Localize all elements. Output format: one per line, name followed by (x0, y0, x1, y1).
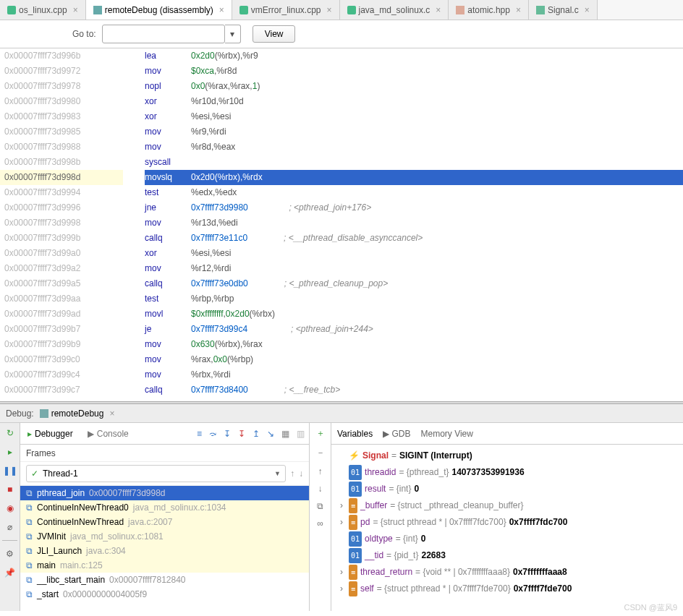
thread-selector[interactable]: ✓ Thread-1 ▼ (26, 465, 286, 482)
resume-icon[interactable]: ▸ (4, 446, 16, 458)
pin-icon[interactable]: 📌 (4, 567, 16, 578)
link-icon[interactable]: ∞ (317, 518, 323, 529)
asm-row[interactable]: 0x00007ffff73d99b9mov0x630(%rbx),%rax (0, 337, 683, 352)
gdb-tab[interactable]: ▶ GDB (383, 429, 410, 439)
file-tab[interactable]: vmError_linux.cpp× (232, 0, 340, 20)
stack-frame[interactable]: ⧉JVMInit java_md_solinux.c:1081 (20, 529, 309, 544)
file-tab[interactable]: os_linux.cpp× (0, 0, 86, 20)
comment: ; <pthread_join+244> (291, 322, 373, 337)
address: 0x00007ffff73d99c0 (0, 352, 123, 367)
evaluate-icon[interactable]: ▦ (281, 429, 289, 439)
settings-icon[interactable]: ⚙ (4, 548, 16, 560)
view-button[interactable]: View (253, 25, 296, 43)
asm-row[interactable]: 0x00007ffff73d99c0mov%rax,0x0(%rbp) (0, 352, 683, 367)
asm-row[interactable]: 0x00007ffff73d9980xor%r10d,%r10d (0, 94, 683, 109)
memory-view-tab[interactable]: Memory View (421, 429, 473, 439)
file-tab[interactable]: atomic.hpp× (449, 0, 529, 20)
expand-icon[interactable]: › (337, 581, 346, 596)
close-icon[interactable]: × (327, 5, 332, 15)
asm-row[interactable]: 0x00007ffff73d9996jne0x7ffff73d9980 ; <p… (0, 200, 683, 215)
variable-row[interactable]: 01 __tid = {pid_t} 22683 (334, 547, 680, 564)
variables-tab[interactable]: Variables (337, 429, 373, 439)
goto-combobox[interactable] (102, 25, 225, 43)
goto-dropdown-arrow[interactable]: ▾ (225, 25, 241, 43)
asm-row[interactable]: 0x00007ffff73d99aatest%rbp,%rbp (0, 291, 683, 307)
close-icon[interactable]: × (73, 5, 78, 15)
file-tab[interactable]: java_md_solinux.c× (340, 0, 449, 20)
step-into-icon[interactable]: ↧ (224, 429, 231, 439)
rerun-icon[interactable]: ↻ (4, 427, 16, 439)
frames-list[interactable]: ⧉pthread_join 0x00007ffff73d998d⧉Continu… (20, 486, 309, 611)
frame-down-icon[interactable]: ↓ (299, 469, 303, 479)
stack-frame[interactable]: ⧉ContinueInNewThread java.c:2007 (20, 515, 309, 529)
file-tab[interactable]: Signal.c× (529, 0, 598, 20)
add-watch-icon[interactable]: ＋ (316, 427, 325, 440)
remove-watch-icon[interactable]: － (316, 447, 325, 459)
stack-frame[interactable]: ⧉JLI_Launch java.c:304 (20, 544, 309, 558)
variable-row[interactable]: ⚡ Signal = SIGINT (Interrupt) (334, 448, 680, 464)
asm-row[interactable]: 0x00007ffff73d9983xor%esi,%esi (0, 109, 683, 124)
asm-row[interactable]: 0x00007ffff73d998dmovslq0x2d0(%rbx),%rdx (0, 170, 683, 185)
stack-frame[interactable]: ⧉_start 0x00000000004005f9 (20, 587, 309, 602)
variables-list[interactable]: ⚡ Signal = SIGINT (Interrupt)01 threadid… (331, 445, 683, 611)
stack-frame[interactable]: ⧉ContinueInNewThread0 java_md_solinux.c:… (20, 500, 309, 515)
variable-row[interactable]: 01 oldtype = {int} 0 (334, 531, 680, 547)
close-icon[interactable]: × (219, 5, 224, 15)
down-icon[interactable]: ↓ (318, 484, 323, 494)
mnemonic: je (145, 322, 191, 337)
variable-row[interactable]: ›≡ thread_return = {void ** | 0x7fffffff… (334, 564, 680, 581)
expand-icon[interactable]: › (337, 565, 346, 580)
asm-row[interactable]: 0x00007ffff73d99admovl$0xffffffff,0x2d0(… (0, 307, 683, 322)
mnemonic: xor (145, 94, 191, 109)
more-icon[interactable]: ▥ (297, 429, 305, 439)
stack-frame[interactable]: ⧉main main.c:125 (20, 558, 309, 573)
asm-row[interactable]: 0x00007ffff73d99a0xor%esi,%esi (0, 246, 683, 261)
asm-row[interactable]: 0x00007ffff73d99ccxor%eax,%eax (0, 398, 683, 401)
stack-frame[interactable]: ⧉pthread_join 0x00007ffff73d998d (20, 486, 309, 500)
show-exec-point-icon[interactable]: ≡ (197, 429, 202, 439)
expand-icon[interactable]: › (337, 498, 346, 513)
variable-row[interactable]: ›≡ self = {struct pthread * | 0x7ffff7fd… (334, 581, 680, 597)
asm-row[interactable]: 0x00007ffff73d9998mov%r13d,%edi (0, 215, 683, 231)
variable-row[interactable]: ›≡ pd = {struct pthread * | 0x7ffff7fdc7… (334, 514, 680, 531)
pause-icon[interactable]: ❚❚ (4, 465, 16, 476)
asm-row[interactable]: 0x00007ffff73d99b7je0x7ffff73d99c4 ; <pt… (0, 322, 683, 337)
variable-row[interactable]: 01 threadid = {pthread_t} 14073735399193… (334, 464, 680, 481)
view-breakpoints-icon[interactable]: ◉ (4, 502, 16, 514)
frame-up-icon[interactable]: ↑ (290, 469, 294, 479)
asm-row[interactable]: 0x00007ffff73d9978nopl0x0(%rax,%rax,1) (0, 79, 683, 94)
stop-icon[interactable]: ■ (4, 484, 16, 495)
console-tab[interactable]: ▶Console (85, 426, 132, 442)
close-icon[interactable]: × (109, 408, 114, 419)
disassembly-view[interactable]: 0x00007ffff73d996blea0x2d0(%rbx),%r90x00… (0, 48, 683, 401)
frame-name: pthread_join (37, 488, 85, 498)
step-out-icon[interactable]: ↥ (253, 429, 260, 439)
step-over-icon[interactable]: ⤼ (209, 429, 216, 439)
asm-row[interactable]: 0x00007ffff73d999bcallq0x7ffff73e11c0 ; … (0, 231, 683, 246)
expand-icon[interactable]: › (337, 515, 346, 530)
close-icon[interactable]: × (585, 5, 590, 15)
close-icon[interactable]: × (436, 5, 441, 15)
asm-row[interactable]: 0x00007ffff73d998bsyscall (0, 155, 683, 170)
stack-frame[interactable]: ⧉__libc_start_main 0x00007ffff7812840 (20, 573, 309, 587)
asm-row[interactable]: 0x00007ffff73d99c4mov%rbx,%rdi (0, 367, 683, 382)
asm-row[interactable]: 0x00007ffff73d99c7callq0x7ffff73d8400 ; … (0, 382, 683, 398)
force-step-into-icon[interactable]: ↧ (238, 429, 245, 439)
asm-row[interactable]: 0x00007ffff73d9988mov%r8d,%eax (0, 140, 683, 155)
run-to-cursor-icon[interactable]: ↘ (267, 429, 274, 439)
copy-icon[interactable]: ⧉ (317, 501, 323, 511)
debug-config-tab[interactable]: remoteDebug × (40, 408, 115, 419)
mute-breakpoints-icon[interactable]: ⌀ (4, 521, 16, 533)
close-icon[interactable]: × (516, 5, 521, 15)
asm-row[interactable]: 0x00007ffff73d9994test%edx,%edx (0, 185, 683, 200)
asm-row[interactable]: 0x00007ffff73d99a5callq0x7ffff73e0db0 ; … (0, 276, 683, 291)
asm-row[interactable]: 0x00007ffff73d9985mov%r9,%rdi (0, 124, 683, 140)
up-icon[interactable]: ↑ (318, 466, 323, 476)
asm-row[interactable]: 0x00007ffff73d99a2mov%r12,%rdi (0, 261, 683, 276)
variable-row[interactable]: 01 result = {int} 0 (334, 481, 680, 497)
asm-row[interactable]: 0x00007ffff73d9972mov$0xca,%r8d (0, 64, 683, 79)
asm-row[interactable]: 0x00007ffff73d996blea0x2d0(%rbx),%r9 (0, 48, 683, 64)
debugger-tab[interactable]: ▸Debugger (25, 426, 76, 442)
file-tab[interactable]: remoteDebug (disassembly)× (86, 0, 232, 20)
variable-row[interactable]: ›≡ _buffer = {struct _pthread_cleanup_bu… (334, 497, 680, 514)
